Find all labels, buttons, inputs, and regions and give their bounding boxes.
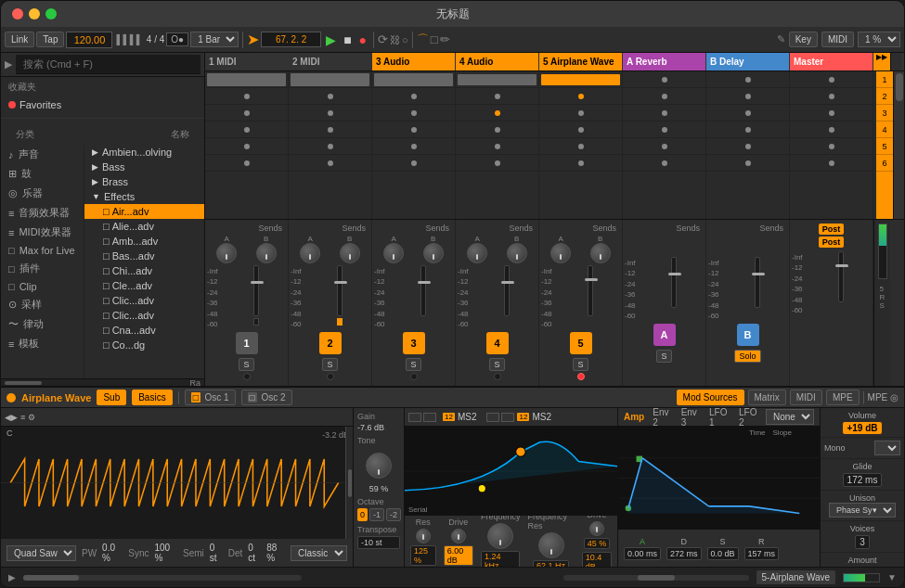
position-input[interactable] xyxy=(261,32,321,47)
fader-track-2[interactable] xyxy=(309,265,369,330)
solo-b-active[interactable]: Solo xyxy=(734,350,760,363)
fader-track-1[interactable] xyxy=(226,265,286,330)
close-button[interactable] xyxy=(12,8,23,19)
clip-slot[interactable] xyxy=(539,121,622,138)
transpose-value[interactable]: -10 st xyxy=(357,536,400,549)
pen-icon[interactable]: ✏ xyxy=(440,32,450,46)
clip-slot[interactable] xyxy=(539,105,622,121)
select-icon[interactable]: □ xyxy=(431,32,438,46)
filter-bp-icon[interactable] xyxy=(423,413,436,422)
clip-slot[interactable] xyxy=(205,105,288,121)
freq-knob[interactable] xyxy=(487,523,513,549)
clip-slot[interactable] xyxy=(790,121,873,138)
octave-neg2[interactable]: -2 xyxy=(386,508,401,521)
favorites-item[interactable]: Favorites xyxy=(5,97,200,112)
fader-master[interactable] xyxy=(838,251,844,302)
clip-slot[interactable] xyxy=(623,88,705,105)
wave-type-select[interactable]: Quad Saw xyxy=(6,545,76,561)
clip-slot[interactable] xyxy=(372,71,455,88)
browser-item-cna[interactable]: □ Cna...adv xyxy=(84,323,204,338)
clip-slot[interactable] xyxy=(706,155,789,172)
record-button[interactable]: ● xyxy=(356,32,369,47)
octave-neg1[interactable]: -1 xyxy=(369,508,384,521)
clip-slot[interactable] xyxy=(456,71,538,88)
scroll-handle-right[interactable] xyxy=(638,575,675,581)
post-button1[interactable]: Post xyxy=(819,224,845,235)
clip-slot[interactable] xyxy=(790,88,873,105)
clip-slot[interactable] xyxy=(372,121,455,138)
scene-4[interactable]: 4 xyxy=(876,121,893,138)
browser-item-brass[interactable]: ▶ Brass xyxy=(84,174,204,189)
loop-icon[interactable]: ⟳ xyxy=(378,32,388,46)
fader-5[interactable] xyxy=(588,265,593,316)
env2-tab[interactable]: Env 2 xyxy=(648,408,674,428)
clip-slot[interactable] xyxy=(790,71,873,88)
inst-power-led[interactable] xyxy=(6,393,16,403)
search-input[interactable] xyxy=(16,55,200,74)
scene-3[interactable]: 3 xyxy=(876,105,893,121)
key-button[interactable]: Key xyxy=(789,32,818,47)
sidebar-item-drums[interactable]: ⊞ 鼓 xyxy=(1,164,84,184)
matrix-tab[interactable]: Matrix xyxy=(748,390,786,405)
cog-icon[interactable]: ⚙ xyxy=(28,413,35,422)
fader-track-b[interactable] xyxy=(727,257,787,322)
play-button[interactable]: ▶ xyxy=(323,32,339,47)
clip-slot[interactable] xyxy=(539,88,622,105)
track-num-1[interactable]: 1 xyxy=(236,332,258,354)
track-num-b[interactable]: B xyxy=(737,324,759,346)
clip-slot[interactable] xyxy=(623,121,705,138)
browser-item-ambien[interactable]: ▶ Ambien...olving xyxy=(84,145,204,160)
res-knob[interactable] xyxy=(416,529,431,543)
filter-lp-icon[interactable] xyxy=(408,413,421,422)
fader-track-5[interactable] xyxy=(560,265,620,330)
env3-tab[interactable]: Env 3 xyxy=(677,408,703,428)
sidebar-item-templates[interactable]: ≡ 模板 xyxy=(1,334,84,353)
send-b2-knob[interactable] xyxy=(340,243,360,263)
sidebar-item-samples[interactable]: ⊙ 采样 xyxy=(1,295,84,314)
list-icon[interactable]: ≡ xyxy=(20,413,25,422)
classic-select[interactable]: Classic xyxy=(291,545,347,561)
track-num-a[interactable]: A xyxy=(653,324,676,346)
quantize-select[interactable]: 1 Bar xyxy=(190,32,239,47)
fader-1[interactable] xyxy=(253,265,259,316)
lfo2-tab[interactable]: LFO 2 xyxy=(734,408,762,428)
send-a-knob[interactable] xyxy=(216,243,237,263)
gain-slider[interactable] xyxy=(345,427,353,539)
send-a3-knob[interactable] xyxy=(383,243,404,263)
mpe-tab[interactable]: MPE xyxy=(826,390,860,405)
mono-select[interactable]: 8 xyxy=(874,441,900,455)
post-button2[interactable]: Post xyxy=(819,236,845,248)
clip-slot[interactable] xyxy=(205,138,288,155)
link-button[interactable]: Link xyxy=(5,32,34,47)
h-scrollbar-right[interactable] xyxy=(563,575,749,581)
browser-item-bas[interactable]: □ Bas...adv xyxy=(84,249,204,263)
send-b-knob[interactable] xyxy=(256,243,277,263)
play-small-icon[interactable]: ▶ xyxy=(5,58,12,70)
clip-slot[interactable] xyxy=(539,71,622,88)
browser-item-chi[interactable]: □ Chi...adv xyxy=(84,263,204,278)
sub-tab[interactable]: Sub xyxy=(97,390,126,405)
clip-slot[interactable] xyxy=(372,88,455,105)
unison-type-select[interactable]: Phase Sy▾ xyxy=(829,503,896,518)
scene-5[interactable]: 5 xyxy=(876,138,893,155)
osc2-tab[interactable]: □ Osc 2 xyxy=(241,390,292,405)
clip-slot[interactable] xyxy=(205,155,288,172)
browser-item-amb[interactable]: □ Amb...adv xyxy=(84,234,204,249)
fader-track-4[interactable] xyxy=(476,265,537,330)
clip-slot[interactable] xyxy=(456,88,538,105)
clip-slot[interactable] xyxy=(623,71,705,88)
clip-slot[interactable] xyxy=(456,105,538,121)
browser-item-bass[interactable]: ▶ Bass xyxy=(84,160,204,174)
minimize-button[interactable] xyxy=(29,8,40,19)
pencil2-icon[interactable]: ✎ xyxy=(777,33,785,45)
sidebar-item-plugins[interactable]: □ 插件 xyxy=(1,259,84,278)
clip-slot[interactable] xyxy=(205,71,288,88)
scene-1[interactable]: 1 xyxy=(876,71,893,88)
solo-a[interactable]: S xyxy=(656,350,671,363)
clip-slot[interactable] xyxy=(790,105,873,121)
solo-3[interactable]: S xyxy=(406,358,420,371)
play-bottom-icon[interactable]: ▶ xyxy=(8,572,16,582)
clip-slot[interactable] xyxy=(539,138,622,155)
drive-knob1[interactable] xyxy=(451,529,466,543)
tone-knob[interactable] xyxy=(366,453,392,479)
